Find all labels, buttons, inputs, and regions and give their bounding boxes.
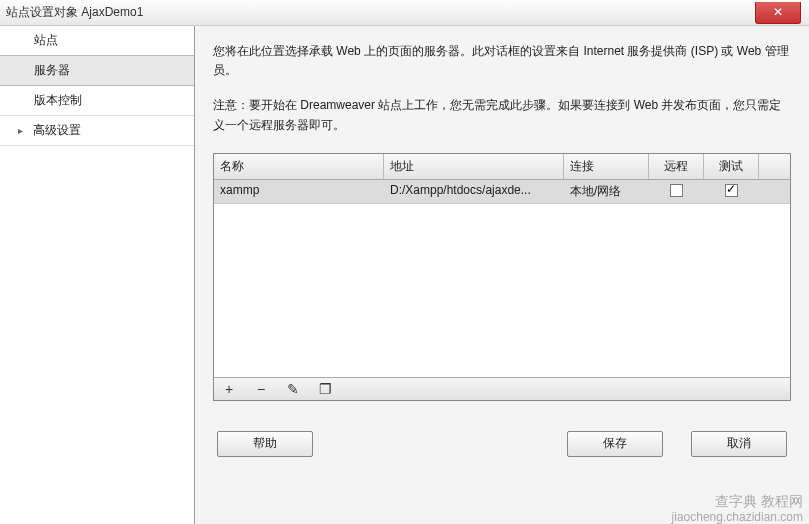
note-text: 注意：要开始在 Dreamweaver 站点上工作，您无需完成此步骤。如果要连接… <box>213 96 791 134</box>
servers-table: 名称 地址 连接 远程 测试 xammp D:/Xampp/htdocs/aja… <box>213 153 791 401</box>
add-server-button[interactable]: + <box>220 381 238 397</box>
save-button[interactable]: 保存 <box>567 431 663 457</box>
content-panel: 您将在此位置选择承载 Web 上的页面的服务器。此对话框的设置来自 Intern… <box>195 26 809 524</box>
close-button[interactable]: ✕ <box>755 2 801 24</box>
sidebar-item-version-control[interactable]: 版本控制 <box>0 86 194 115</box>
table-toolbar: + − ✎ ❐ <box>214 377 790 400</box>
button-label: 取消 <box>727 435 751 452</box>
sidebar-item-label: 高级设置 <box>33 123 81 137</box>
sidebar-item-label: 站点 <box>34 33 58 47</box>
test-checkbox[interactable] <box>725 184 738 197</box>
table-header: 名称 地址 连接 远程 测试 <box>214 154 790 180</box>
sidebar: 站点 服务器 版本控制 ▸ 高级设置 <box>0 26 195 524</box>
table-body: xammp D:/Xampp/htdocs/ajaxde... 本地/网络 <box>214 180 790 377</box>
cell-test <box>704 180 759 203</box>
column-header-test[interactable]: 测试 <box>704 154 759 179</box>
help-button[interactable]: 帮助 <box>217 431 313 457</box>
cell-name: xammp <box>214 180 384 203</box>
sidebar-item-label: 服务器 <box>34 63 70 77</box>
sidebar-item-advanced[interactable]: ▸ 高级设置 <box>0 116 194 145</box>
column-header-connection[interactable]: 连接 <box>564 154 649 179</box>
remove-server-button[interactable]: − <box>252 381 270 397</box>
sidebar-item-label: 版本控制 <box>34 93 82 107</box>
column-header-name[interactable]: 名称 <box>214 154 384 179</box>
button-label: 保存 <box>603 435 627 452</box>
main-area: 站点 服务器 版本控制 ▸ 高级设置 您将在此位置选择承载 Web 上的页面的服… <box>0 26 809 524</box>
sidebar-item-site[interactable]: 站点 <box>0 26 194 55</box>
close-icon: ✕ <box>773 5 783 19</box>
remote-checkbox[interactable] <box>670 184 683 197</box>
description-text: 您将在此位置选择承载 Web 上的页面的服务器。此对话框的设置来自 Intern… <box>213 42 791 80</box>
window-title: 站点设置对象 AjaxDemo1 <box>6 4 143 21</box>
titlebar: 站点设置对象 AjaxDemo1 ✕ <box>0 0 809 26</box>
cancel-button[interactable]: 取消 <box>691 431 787 457</box>
edit-server-button[interactable]: ✎ <box>284 381 302 397</box>
table-row[interactable]: xammp D:/Xampp/htdocs/ajaxde... 本地/网络 <box>214 180 790 204</box>
column-header-remote[interactable]: 远程 <box>649 154 704 179</box>
cell-address: D:/Xampp/htdocs/ajaxde... <box>384 180 564 203</box>
chevron-right-icon: ▸ <box>18 125 28 136</box>
button-label: 帮助 <box>253 435 277 452</box>
column-header-address[interactable]: 地址 <box>384 154 564 179</box>
duplicate-server-button[interactable]: ❐ <box>316 381 334 397</box>
button-row: 帮助 保存 取消 <box>213 431 791 457</box>
sidebar-item-servers[interactable]: 服务器 <box>0 55 194 86</box>
cell-connection: 本地/网络 <box>564 180 649 203</box>
cell-remote <box>649 180 704 203</box>
